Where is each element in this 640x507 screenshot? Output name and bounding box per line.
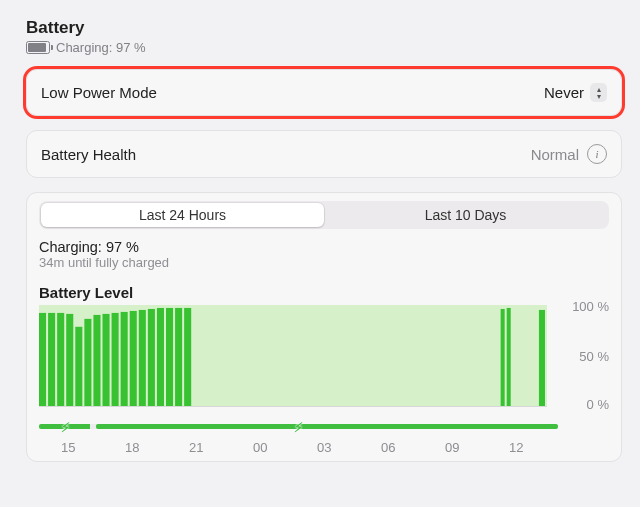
chart-plot-area (39, 305, 547, 407)
summary-line-1: Charging: 97 % (39, 239, 609, 255)
y-tick-50: 50 % (579, 349, 609, 364)
x-tick: 15 (61, 440, 75, 455)
page-title: Battery (26, 18, 85, 38)
chart-bars (39, 305, 547, 406)
range-segmented-control[interactable]: Last 24 Hours Last 10 Days (39, 201, 609, 229)
battery-health-value: Normal (531, 146, 579, 163)
svg-rect-11 (139, 310, 146, 406)
svg-rect-19 (539, 310, 545, 406)
low-power-mode-select[interactable]: Never ▴▾ (544, 83, 607, 102)
svg-rect-0 (39, 313, 46, 406)
header-status: Charging: 97 % (56, 40, 146, 55)
chart-title: Battery Level (39, 284, 609, 301)
low-power-mode-label: Low Power Mode (41, 84, 157, 101)
tab-last-10-days[interactable]: Last 10 Days (324, 203, 607, 227)
x-tick: 21 (189, 440, 203, 455)
bolt-icon: ⚡︎ (294, 420, 308, 434)
tab-last-24-hours[interactable]: Last 24 Hours (41, 203, 324, 227)
svg-rect-13 (157, 308, 164, 406)
x-tick: 12 (509, 440, 523, 455)
battery-health-label: Battery Health (41, 146, 136, 163)
header-subtitle: Charging: 97 % (26, 40, 622, 55)
x-tick: 06 (381, 440, 395, 455)
chevron-up-down-icon: ▴▾ (590, 83, 607, 102)
summary-line-2: 34m until fully charged (39, 255, 609, 270)
svg-rect-9 (121, 312, 128, 406)
svg-rect-3 (66, 314, 73, 406)
battery-icon (26, 41, 50, 54)
y-tick-0: 0 % (587, 397, 609, 412)
svg-rect-7 (103, 314, 110, 406)
low-power-mode-row[interactable]: Low Power Mode Never ▴▾ (26, 69, 622, 116)
y-tick-100: 100 % (572, 299, 609, 314)
svg-rect-1 (48, 313, 55, 406)
battery-health-row[interactable]: Battery Health Normal i (26, 130, 622, 178)
svg-rect-15 (175, 308, 182, 406)
x-tick: 03 (317, 440, 331, 455)
svg-rect-8 (112, 313, 119, 406)
svg-rect-5 (84, 319, 91, 406)
x-tick: 09 (445, 440, 459, 455)
header: Battery (26, 18, 622, 38)
low-power-mode-value: Never (544, 84, 584, 101)
svg-rect-10 (130, 311, 137, 406)
svg-rect-12 (148, 309, 155, 406)
svg-rect-14 (166, 308, 173, 406)
x-tick: 18 (125, 440, 139, 455)
battery-usage-card: Last 24 Hours Last 10 Days Charging: 97 … (26, 192, 622, 462)
svg-rect-6 (93, 315, 100, 406)
info-icon[interactable]: i (587, 144, 607, 164)
bolt-icon: ⚡︎ (61, 420, 75, 434)
battery-settings-panel: Battery Charging: 97 % Low Power Mode Ne… (0, 0, 640, 507)
svg-rect-17 (501, 309, 505, 406)
svg-rect-2 (57, 313, 64, 406)
x-tick: 00 (253, 440, 267, 455)
charging-interval (96, 424, 558, 429)
svg-rect-4 (75, 327, 82, 406)
svg-rect-18 (507, 308, 511, 406)
svg-rect-16 (184, 308, 191, 406)
battery-level-chart: 100 % 50 % 0 % ⚡︎ ⚡︎ 15 18 21 00 03 06 0… (39, 305, 609, 455)
